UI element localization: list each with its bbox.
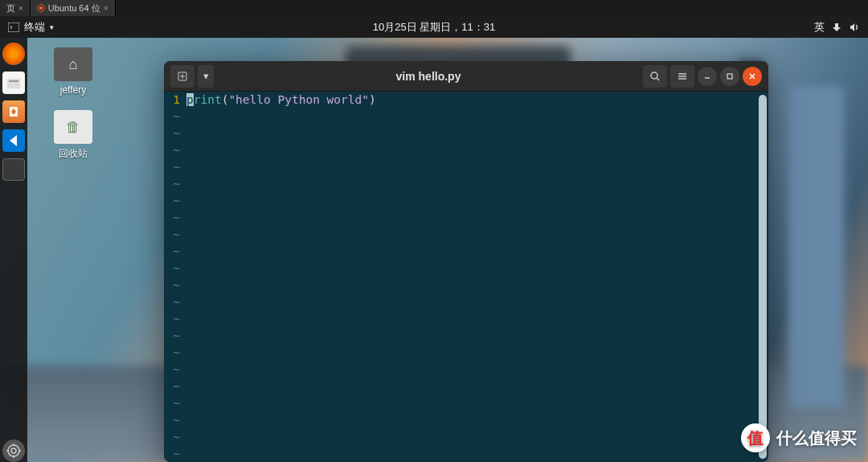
dock-item[interactable] bbox=[2, 158, 25, 181]
svg-rect-2 bbox=[9, 80, 18, 82]
function-name: rint bbox=[194, 93, 222, 106]
empty-line: ~ bbox=[164, 159, 768, 176]
empty-line: ~ bbox=[164, 311, 768, 328]
watermark-text: 什么值得买 bbox=[776, 427, 857, 449]
svg-rect-0 bbox=[8, 22, 19, 32]
vm-tab[interactable]: 页 × bbox=[0, 0, 31, 16]
svg-line-14 bbox=[657, 78, 659, 80]
network-icon[interactable] bbox=[831, 22, 842, 33]
home-icon: ⌂ bbox=[54, 47, 92, 81]
firefox-launcher[interactable] bbox=[2, 43, 25, 65]
trash-bin-icon: 🗑 bbox=[54, 110, 92, 144]
empty-line: ~ bbox=[164, 395, 768, 412]
svg-point-13 bbox=[651, 72, 657, 79]
terminal-icon bbox=[8, 22, 19, 33]
vm-tab-strip: 页 × Ubuntu 64 位 × bbox=[0, 0, 868, 16]
empty-line: ~ bbox=[164, 210, 768, 227]
close-button[interactable] bbox=[743, 67, 762, 86]
volume-icon[interactable] bbox=[849, 22, 860, 33]
code-line: 1 print("hello Python world") bbox=[164, 92, 768, 108]
empty-line: ~ bbox=[164, 108, 768, 125]
desktop-icons: ⌂ jeffery 🗑 回收站 bbox=[45, 47, 101, 175]
close-icon[interactable]: × bbox=[18, 4, 23, 13]
ime-indicator[interactable]: 英 bbox=[814, 20, 825, 35]
scrollbar[interactable] bbox=[759, 95, 767, 459]
new-tab-button[interactable] bbox=[170, 65, 194, 88]
empty-line: ~ bbox=[164, 176, 768, 193]
empty-line: ~ bbox=[164, 345, 768, 362]
vm-tab-active[interactable]: Ubuntu 64 位 × bbox=[31, 0, 116, 16]
empty-line: ~ bbox=[164, 429, 768, 446]
empty-line: ~ bbox=[164, 193, 768, 210]
home-folder-icon[interactable]: ⌂ jeffery bbox=[45, 47, 101, 96]
files-launcher[interactable] bbox=[2, 72, 25, 94]
empty-line: ~ bbox=[164, 362, 768, 378]
close-icon[interactable]: × bbox=[104, 4, 108, 13]
empty-line: ~ bbox=[164, 446, 768, 462]
minimize-button[interactable] bbox=[698, 67, 717, 86]
software-launcher[interactable] bbox=[2, 100, 25, 123]
tab-menu-button[interactable]: ▾ bbox=[198, 65, 214, 88]
clock[interactable]: 10月25日 星期日，11：31 bbox=[373, 20, 495, 35]
empty-line: ~ bbox=[164, 378, 768, 395]
tab-label: 页 bbox=[6, 2, 15, 14]
empty-line: ~ bbox=[164, 328, 768, 345]
svg-point-5 bbox=[11, 448, 16, 453]
terminal-window: ▾ vim hello.py 1 print("hello Python w bbox=[164, 61, 768, 462]
titlebar[interactable]: ▾ vim hello.py bbox=[164, 61, 768, 92]
app-menu-label: 终端 bbox=[24, 20, 45, 35]
empty-line: ~ bbox=[164, 277, 768, 294]
icon-label: 回收站 bbox=[45, 147, 101, 161]
line-number: 1 bbox=[164, 92, 186, 108]
vim-editor[interactable]: 1 print("hello Python world") ~~~~~~~~~~… bbox=[164, 92, 768, 462]
maximize-button[interactable] bbox=[720, 67, 739, 86]
hamburger-menu-button[interactable] bbox=[670, 65, 694, 88]
tab-label: Ubuntu 64 位 bbox=[48, 2, 100, 14]
empty-line: ~ bbox=[164, 142, 768, 159]
vscode-launcher[interactable] bbox=[2, 129, 25, 152]
app-menu[interactable]: 终端 ▾ bbox=[8, 20, 54, 35]
watermark-badge: 值 bbox=[741, 423, 770, 452]
window-title: vim hello.py bbox=[396, 70, 461, 83]
string-literal: "hello Python world" bbox=[228, 93, 369, 106]
watermark: 值 什么值得买 bbox=[741, 423, 857, 452]
gnome-top-bar: 终端 ▾ 10月25日 星期日，11：31 英 bbox=[0, 16, 868, 38]
empty-line: ~ bbox=[164, 294, 768, 311]
empty-line: ~ bbox=[164, 260, 768, 277]
svg-rect-19 bbox=[727, 74, 732, 79]
cursor: p bbox=[186, 93, 194, 106]
dock bbox=[0, 38, 27, 462]
icon-label: jeffery bbox=[45, 84, 101, 96]
svg-rect-1 bbox=[7, 79, 20, 88]
empty-line: ~ bbox=[164, 125, 768, 142]
ubuntu-icon bbox=[37, 4, 45, 12]
empty-line: ~ bbox=[164, 227, 768, 243]
search-button[interactable] bbox=[643, 65, 667, 88]
svg-point-4 bbox=[8, 445, 19, 456]
chevron-down-icon: ▾ bbox=[50, 23, 54, 31]
settings-launcher[interactable] bbox=[2, 440, 25, 462]
empty-line: ~ bbox=[164, 243, 768, 260]
trash-icon[interactable]: 🗑 回收站 bbox=[45, 110, 101, 161]
empty-line: ~ bbox=[164, 412, 768, 429]
